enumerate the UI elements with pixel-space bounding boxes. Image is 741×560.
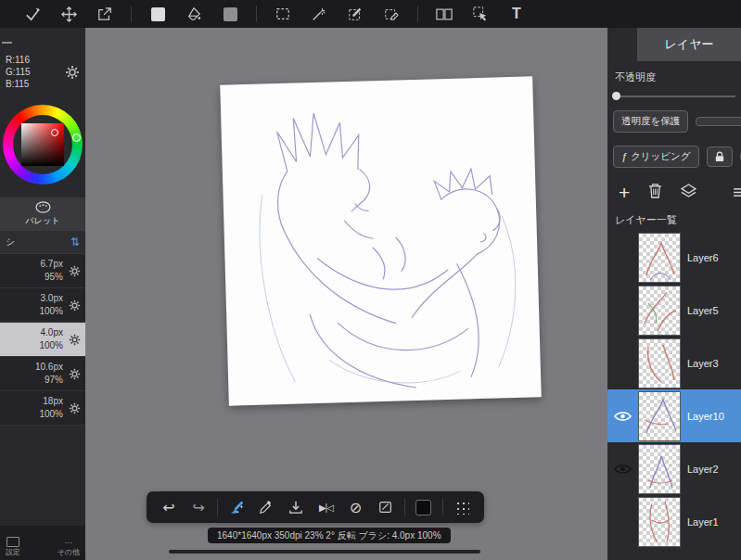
brush-item-selected[interactable]: 4.0px100%: [0, 323, 85, 357]
layer-thumbnail[interactable]: [638, 497, 681, 547]
bucket-tool-icon[interactable]: [184, 4, 204, 24]
brush-settings-gear-icon[interactable]: [69, 299, 81, 312]
toolbar-separator: [256, 6, 257, 22]
opacity-label: 不透明度: [615, 70, 741, 84]
layer-name: Layer2: [687, 464, 719, 475]
sketch-artwork: [220, 76, 542, 405]
color-readout: R:116 G:115 B:115: [0, 28, 85, 95]
add-layer-icon[interactable]: +: [619, 185, 630, 201]
layer-thumbnail[interactable]: [638, 444, 681, 494]
grid-dots-icon[interactable]: [451, 496, 473, 518]
brush-size: 4.0px: [2, 326, 63, 339]
brush-settings-gear-icon[interactable]: [69, 368, 81, 380]
others-tab[interactable]: ⋯ その他: [57, 539, 80, 557]
color-r-value: R:116: [6, 54, 65, 66]
brush-opacity: 95%: [2, 271, 63, 284]
clipping-button[interactable]: ƒ クリッピング: [613, 146, 699, 168]
layer-row[interactable]: Layer6: [607, 231, 741, 284]
layer-row[interactable]: Layer1: [607, 495, 741, 548]
duplicate-layer-icon[interactable]: [681, 184, 696, 201]
eyedropper-icon[interactable]: [255, 496, 277, 518]
layer-row[interactable]: Layer5: [607, 284, 741, 337]
panel-collapse-dash[interactable]: [2, 42, 12, 44]
brush-list-header: シ ⇅: [0, 231, 85, 254]
saturation-value-square[interactable]: [21, 123, 64, 166]
opacity-slider-knob[interactable]: [612, 92, 620, 100]
clear-icon[interactable]: [375, 496, 397, 518]
partial-button[interactable]: [696, 117, 741, 126]
brush-settings-gear-icon[interactable]: [69, 402, 81, 414]
brush-size: 6.7px: [2, 258, 63, 271]
layer-option-row-1: 透明度を保護: [613, 110, 741, 133]
color-b-value: B:115: [6, 78, 65, 90]
layer-row[interactable]: Layer2: [607, 442, 741, 495]
brush-sort-icon[interactable]: ⇅: [70, 235, 80, 248]
brush-settings-gear-icon[interactable]: [69, 265, 81, 277]
palette-tab[interactable]: パレット: [0, 197, 85, 231]
select-pen-icon[interactable]: [345, 4, 365, 24]
layer-row-selected[interactable]: Layer10: [607, 389, 741, 442]
brush-size: 18px: [2, 395, 63, 408]
hue-indicator[interactable]: [72, 134, 81, 142]
layer-thumbnail[interactable]: [638, 233, 681, 283]
fill-swatch-icon[interactable]: [147, 4, 168, 24]
canvas-workspace[interactable]: ↩ ↪ ▶|◁ ⊘ 1640*1640px 350dpi 23% 2° 反転 ブ…: [85, 28, 607, 560]
select-rect-icon[interactable]: [273, 4, 293, 24]
brush-opacity: 100%: [2, 339, 63, 352]
layer-thumbnail[interactable]: [638, 338, 681, 388]
delete-layer-icon[interactable]: [648, 183, 662, 202]
color-settings-gear-icon[interactable]: [65, 65, 80, 80]
toolbar-separator: [131, 6, 132, 22]
fx-icon: ƒ: [621, 151, 627, 162]
color-wheel[interactable]: [3, 105, 83, 185]
select-eraser-icon[interactable]: [381, 4, 402, 24]
brush-item[interactable]: 3.0px100%: [0, 288, 85, 323]
left-panel-footer: 設定 ⋯ その他: [0, 526, 85, 560]
rotate-reset-icon[interactable]: ⊘: [344, 496, 366, 518]
brush-sparkle-icon[interactable]: [225, 496, 248, 518]
layer-name: Layer10: [687, 411, 724, 422]
brush-size: 3.0px: [2, 292, 63, 305]
object-select-icon[interactable]: [470, 4, 491, 24]
undo-icon[interactable]: ↩: [158, 496, 180, 518]
layer-list: Layer6 Layer5 Layer3 Layer10: [607, 231, 741, 548]
layer-panel-title: レイヤー: [637, 28, 741, 61]
color-g-value: G:115: [6, 66, 65, 78]
canvas-artboard[interactable]: [220, 76, 542, 405]
magic-wand-icon[interactable]: [309, 4, 329, 24]
lock-icon: [715, 151, 724, 162]
brush-item[interactable]: 18px100%: [0, 391, 85, 426]
eye-icon[interactable]: [607, 464, 638, 475]
opacity-slider[interactable]: [613, 95, 735, 97]
redo-icon[interactable]: ↪: [187, 496, 210, 518]
horizontal-scrollbar[interactable]: [169, 550, 480, 554]
brush-item[interactable]: 10.6px97%: [0, 357, 85, 391]
layer-name: Layer1: [687, 516, 719, 528]
split-view-icon[interactable]: [434, 4, 454, 24]
brush-opacity: 100%: [2, 408, 63, 421]
brush-list: 6.7px95% 3.0px100% 4.0px100% 10.6px97% 1…: [0, 254, 85, 426]
move-tool-icon[interactable]: [58, 4, 79, 24]
settings-tab[interactable]: 設定: [6, 537, 20, 557]
layer-thumbnail[interactable]: [638, 286, 681, 336]
layer-name: Layer3: [687, 358, 719, 369]
pen-check-icon[interactable]: [22, 4, 43, 24]
layer-row[interactable]: Layer3: [607, 337, 741, 389]
export-icon[interactable]: [95, 4, 115, 24]
text-tool-icon[interactable]: T: [506, 4, 527, 24]
material-square-icon[interactable]: [413, 496, 435, 518]
protect-alpha-button[interactable]: 透明度を保護: [613, 110, 688, 133]
brush-settings-gear-icon[interactable]: [69, 334, 81, 346]
sv-indicator[interactable]: [51, 129, 58, 136]
layer-panel: レイヤー 不透明度 透明度を保護 ƒ クリッピング + レイヤー一覧: [607, 28, 741, 560]
save-download-icon[interactable]: [285, 496, 307, 518]
eye-icon[interactable]: [607, 411, 638, 422]
flip-horizontal-icon[interactable]: ▶|◁: [314, 496, 337, 518]
others-label: その他: [57, 548, 80, 557]
layer-list-menu-icon[interactable]: [734, 185, 741, 201]
layer-thumbnail[interactable]: [638, 391, 681, 441]
settings-icon: [6, 537, 19, 547]
gray-swatch-icon[interactable]: [220, 4, 240, 24]
brush-item[interactable]: 6.7px95%: [0, 254, 85, 288]
lock-button[interactable]: [707, 146, 733, 167]
